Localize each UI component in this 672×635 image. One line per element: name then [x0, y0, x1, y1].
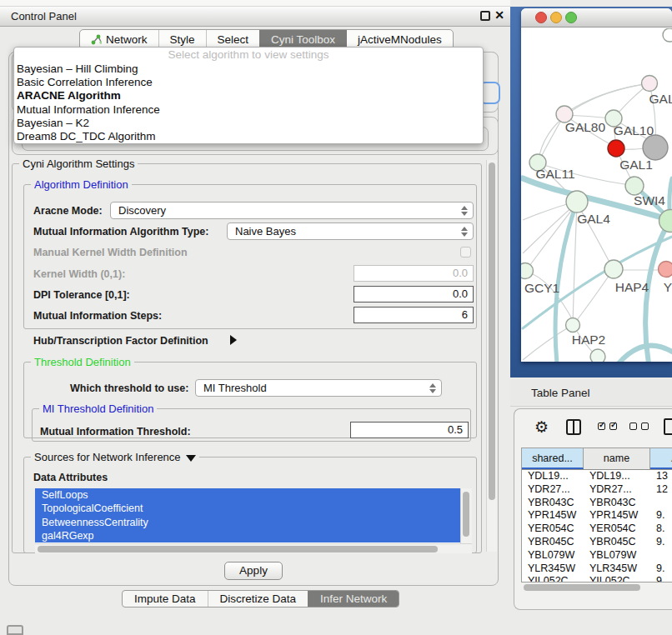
zoom-traffic-light-icon[interactable]	[565, 12, 577, 23]
table-cell[interactable]: YDR27...	[584, 483, 650, 497]
algorithm-option[interactable]: Mutual Information Inference	[14, 103, 483, 117]
table-cell[interactable]: YBR043C	[584, 497, 650, 510]
table-cell[interactable]: 9.	[650, 562, 672, 576]
network-node-gal[interactable]	[642, 76, 658, 92]
table-cell[interactable]: 12	[650, 483, 672, 497]
tab-discretize-data[interactable]: Discretize Data	[208, 591, 308, 607]
network-node-hap2[interactable]	[566, 318, 580, 332]
network-node-gal1[interactable]	[625, 177, 644, 195]
table-cell[interactable]: YPR145W	[522, 509, 584, 522]
table-cell[interactable]: YBR045C	[584, 536, 650, 549]
network-node-gcy1[interactable]	[521, 263, 534, 279]
network-node-y[interactable]	[659, 262, 672, 278]
attributes-vertical-scrollbar[interactable]	[460, 488, 472, 543]
which-threshold-select[interactable]: MI Threshold	[195, 379, 442, 397]
close-icon[interactable]: ✕	[494, 8, 505, 22]
kernel-width-field[interactable]: 0.0	[354, 265, 474, 282]
table-cell[interactable]	[650, 549, 672, 562]
data-attributes-list[interactable]: SelfLoopsTopologicalCoefficientBetweenne…	[35, 488, 460, 543]
tab-impute-data[interactable]: Impute Data	[123, 591, 208, 607]
algorithm-option[interactable]: Bayesian – Hill Climbing	[14, 62, 483, 76]
table-row[interactable]: YBR043CYBR043C	[522, 497, 672, 510]
algorithm-option[interactable]: Dream8 DC_TDC Algorithm	[14, 130, 483, 143]
table-row[interactable]: YIL052CYIL052C9.	[522, 575, 672, 582]
table-cell[interactable]: YBR045C	[522, 536, 584, 549]
attribute-item[interactable]: BetweennessCentrality	[35, 516, 460, 529]
table-cell[interactable]: YDL19...	[584, 470, 650, 483]
table-cell[interactable]: YBL079W	[584, 549, 650, 562]
attributes-horizontal-scrollbar[interactable]	[35, 543, 472, 553]
table-cell[interactable]: YPR145W	[584, 509, 650, 522]
table-horizontal-scrollbar[interactable]	[521, 582, 672, 592]
network-edge[interactable]	[525, 272, 575, 325]
table-cell[interactable]: YDR27...	[522, 483, 584, 497]
unchecked-checkbox-icon[interactable]	[629, 422, 637, 430]
table-row[interactable]: YER054CYER054C8.	[522, 522, 672, 536]
table-cell[interactable]: YER054C	[522, 522, 584, 536]
table-cell[interactable]: YBR043C	[522, 497, 584, 510]
columns-icon[interactable]	[566, 419, 581, 435]
table-row[interactable]: YBR045CYBR045C9.	[522, 536, 672, 549]
table-cell[interactable]	[650, 497, 672, 510]
table-cell[interactable]: YIL052C	[584, 575, 650, 582]
algorithm-option[interactable]: Basic Correlation Inference	[14, 76, 483, 89]
attribute-item[interactable]: TopologicalCoefficient	[35, 502, 460, 515]
aracne-mode-select[interactable]: Discovery	[110, 202, 474, 219]
table-cell[interactable]: 8.	[650, 522, 672, 536]
table-cell[interactable]: 9.	[650, 575, 672, 582]
table-row[interactable]: YBL079WYBL079W	[522, 549, 672, 562]
network-edge[interactable]	[523, 326, 571, 360]
column-header-name[interactable]: name	[584, 448, 650, 469]
checked-checkbox-icon[interactable]	[609, 422, 617, 430]
collapse-arrow-icon[interactable]	[186, 455, 196, 462]
minimize-traffic-light-icon[interactable]	[550, 12, 562, 23]
network-node-gal4[interactable]	[566, 191, 588, 212]
float-window-icon[interactable]	[480, 11, 490, 21]
network-edge[interactable]	[539, 116, 564, 160]
settings-vertical-scrollbar[interactable]	[486, 160, 497, 552]
table-cell[interactable]: YBL079W	[522, 549, 584, 562]
table-cell[interactable]: 9.	[650, 509, 672, 522]
network-window-titlebar[interactable]	[521, 8, 672, 28]
mi-steps-field[interactable]: 6	[354, 307, 474, 323]
network-edge[interactable]	[527, 203, 577, 269]
table-row[interactable]: YLR345WYLR345W9.	[522, 562, 672, 576]
table-cell[interactable]: YIL052C	[522, 575, 584, 582]
algorithm-option[interactable]: ARACNE Algorithm	[14, 89, 483, 102]
node-table[interactable]: shared...nameAYDL19...YDL19...13YDR27...…	[521, 448, 672, 582]
table-row[interactable]: YDR27...YDR27...12	[522, 483, 672, 497]
attribute-item[interactable]: gal4RGexp	[35, 529, 460, 542]
column-header-shared[interactable]: shared...	[522, 448, 584, 469]
table-cell[interactable]: YLR345W	[522, 562, 584, 576]
unchecked-checkbox-icon[interactable]	[641, 422, 649, 430]
expand-arrow-icon[interactable]	[230, 335, 237, 345]
network-node[interactable]	[663, 28, 672, 42]
apply-button[interactable]: Apply	[224, 562, 283, 580]
table-cell[interactable]: YDL19...	[522, 470, 584, 483]
network-view-window[interactable]: GALGAL80GAL10GAL11GAL1SWI4GAL4GCY1HAP4YH…	[521, 8, 672, 362]
table-cell[interactable]: YER054C	[584, 522, 650, 536]
network-node-hap4[interactable]	[604, 260, 623, 278]
column-header-A[interactable]: A	[650, 448, 672, 469]
network-node[interactable]	[643, 135, 668, 160]
network-canvas[interactable]: GALGAL80GAL10GAL11GAL1SWI4GAL4GCY1HAP4YH…	[521, 28, 672, 362]
algorithm-option[interactable]: Bayesian – K2	[14, 117, 483, 130]
new-table-icon[interactable]	[664, 418, 672, 435]
network-node[interactable]	[608, 140, 624, 157]
table-cell[interactable]: YLR345W	[584, 562, 650, 576]
mi-type-select[interactable]: Naive Bayes	[227, 222, 474, 240]
network-edge[interactable]	[568, 83, 649, 112]
mi-threshold-field[interactable]: 0.5	[350, 422, 469, 438]
gear-icon[interactable]: ⚙	[534, 418, 549, 437]
attribute-item[interactable]: SelfLoops	[35, 488, 460, 502]
manual-kernel-checkbox[interactable]	[460, 247, 471, 258]
tab-infer-network[interactable]: Infer Network	[308, 591, 399, 607]
checked-checkbox-icon[interactable]	[598, 422, 605, 430]
table-row[interactable]: YDL19...YDL19...13	[522, 470, 672, 483]
table-row[interactable]: YPR145WYPR145W9.	[522, 509, 672, 522]
table-cell[interactable]: 13	[650, 470, 672, 483]
dpi-tolerance-field[interactable]: 0.0	[354, 286, 474, 302]
collapsed-panel-icon[interactable]	[7, 625, 23, 635]
close-traffic-light-icon[interactable]	[535, 12, 547, 23]
table-cell[interactable]: 9.	[650, 536, 672, 549]
